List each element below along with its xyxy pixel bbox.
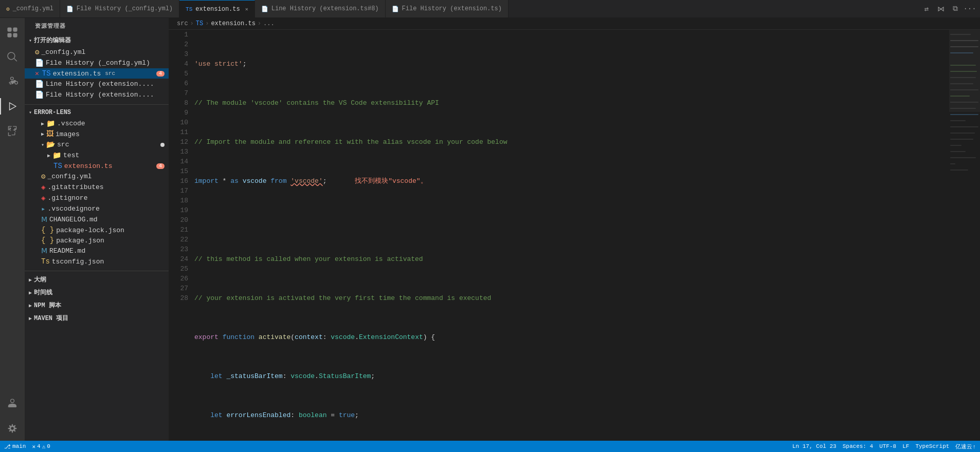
open-editor-file-history-config[interactable]: 📄 File History (_config.yml) (25, 58, 169, 68)
split-editor-button[interactable]: ⇄ (920, 3, 933, 15)
error-count: 4 (37, 443, 41, 449)
tab-label: extension.ts (195, 6, 240, 13)
comment-3: // Import the module and reference it wi… (194, 137, 507, 147)
ln10: 10 (173, 118, 188, 127)
ln18: 18 (173, 196, 188, 205)
file-name: package.json (56, 237, 104, 244)
activity-explorer[interactable] (0, 20, 25, 45)
ln16: 16 (173, 176, 188, 186)
outline-header[interactable]: ▶ 大纲 (25, 273, 169, 286)
ln28: 28 (173, 293, 188, 303)
tab-file-history-ext[interactable]: 📄 File History (extension.ts) (386, 0, 509, 18)
folder-icon: 📁 (46, 119, 55, 128)
ln13: 13 (173, 147, 188, 157)
source-control-button[interactable]: ⋈ (935, 3, 947, 15)
activity-accounts[interactable] (0, 391, 25, 416)
ln26: 26 (173, 274, 188, 284)
tree-item-images[interactable]: ▶ 🖼 images (25, 129, 169, 139)
json-icon: { } (41, 236, 54, 244)
activity-bar (0, 18, 25, 441)
activity-source-control[interactable] (0, 69, 25, 94)
history-icon: 📄 (261, 6, 268, 12)
tree-item-gitattributes[interactable]: ◈ .gitattributes (25, 182, 169, 193)
code-content[interactable]: 'use strict'; // The module 'vscode' con… (194, 30, 949, 441)
project-header[interactable]: ▾ ERROR-LENS (25, 107, 169, 118)
open-editor-file-history-ext[interactable]: 📄 File History (extension.... (25, 89, 169, 100)
activity-extensions[interactable] (0, 119, 25, 143)
tab-close-button[interactable]: ✕ (245, 6, 248, 12)
tab-file-history-config[interactable]: 📄 File History (_config.yml) (60, 0, 179, 18)
editor-content[interactable]: 1 2 3 4 5 6 7 8 9 10 11 12 13 14 15 16 1… (169, 30, 980, 441)
status-right: Ln 17, Col 23 Spaces: 4 UTF-8 LF TypeScr… (792, 443, 976, 450)
branch-icon: ⎇ (4, 443, 11, 450)
ln11: 11 (173, 127, 188, 137)
activity-settings[interactable] (0, 416, 25, 441)
folder-name: src (57, 141, 69, 148)
tree-item-package-lock[interactable]: { } package-lock.json (25, 225, 169, 235)
breadcrumb-sep: › (190, 20, 194, 27)
tree-item-gitignore[interactable]: ◈ .gitignore (25, 193, 169, 203)
tab-extension-ts[interactable]: TS extension.ts ✕ (179, 0, 255, 18)
code-line-6: // this method is called when your exten… (194, 254, 939, 264)
open-editor-extension-ts[interactable]: ✕ TS extension.ts src 4 (25, 68, 169, 79)
tab-config-yaml[interactable]: ⚙ _config.yml (0, 0, 60, 18)
collapse-arrow: ▶ (41, 121, 44, 127)
status-position[interactable]: Ln 17, Col 23 (792, 443, 837, 450)
collapse-arrow: ▶ (29, 303, 32, 309)
tree-item-changelog[interactable]: Ⅿ CHANGELOG.md (25, 214, 169, 225)
tree-item-src[interactable]: ▾ 📂 src (25, 139, 169, 150)
ln5: 5 (173, 69, 188, 79)
open-editor-config-yaml[interactable]: ⚙ _config.yml (25, 47, 169, 58)
ln20: 20 (173, 215, 188, 225)
npm-label: NPM 脚本 (34, 301, 61, 310)
tab-label: File History (_config.yml) (77, 5, 173, 12)
tree-item-vscode[interactable]: ▶ 📁 .vscode (25, 118, 169, 129)
activity-search[interactable] (0, 45, 25, 69)
spaces-text: Spaces: 4 (843, 443, 873, 449)
ln27: 27 (173, 284, 188, 293)
tree-item-config-yml[interactable]: ⚙ _config.yml (25, 171, 169, 182)
close-icon[interactable]: ✕ (35, 69, 39, 78)
status-branch[interactable]: ⎇ main (4, 443, 26, 450)
tree-item-extension-ts[interactable]: TS extension.ts 4 (25, 161, 169, 171)
tab-actions: ⇄ ⋈ ⧉ ··· (920, 3, 980, 15)
svg-rect-14 (950, 120, 966, 121)
tree-item-vscodeignore[interactable]: ▸ .vscodeignore (25, 203, 169, 214)
project-label: ERROR-LENS (34, 109, 71, 116)
status-info[interactable]: 亿速云↑ (955, 443, 976, 450)
code-line-3: // Import the module and reference it wi… (194, 137, 939, 147)
status-errors[interactable]: ✕ 4 ⚠ 0 (32, 443, 50, 450)
timeline-header[interactable]: ▶ 时间线 (25, 286, 169, 299)
breadcrumb-sep: › (205, 20, 209, 27)
collapse-arrow: ▶ (47, 153, 50, 159)
maven-header[interactable]: ▶ MAVEN 项目 (25, 312, 169, 325)
tree-item-readme[interactable]: Ⅿ README.md (25, 246, 169, 256)
npm-header[interactable]: ▶ NPM 脚本 (25, 299, 169, 312)
status-line-ending[interactable]: LF (902, 443, 909, 450)
status-spaces[interactable]: Spaces: 4 (843, 443, 873, 450)
maven-label: MAVEN 项目 (34, 314, 68, 323)
position-text: Ln 17, Col 23 (792, 443, 837, 449)
info-text: 亿速云↑ (955, 443, 976, 450)
split-view-button[interactable]: ⧉ (949, 3, 961, 15)
open-editor-line-history[interactable]: 📄 Line History (extension.... (25, 79, 169, 89)
tree-item-tsconfig[interactable]: Ts tsconfig.json (25, 256, 169, 267)
tree-item-test[interactable]: ▶ 📁 test (25, 150, 169, 161)
status-language[interactable]: TypeScript (915, 443, 949, 450)
tree-item-package-json[interactable]: { } package.json (25, 235, 169, 246)
breadcrumb-src: src (177, 20, 188, 27)
ln1: 1 (173, 30, 188, 40)
svg-rect-16 (950, 133, 975, 134)
collapse-arrow: ▶ (41, 131, 44, 137)
activity-run[interactable] (0, 94, 25, 119)
tab-line-history-ext[interactable]: 📄 Line History (extension.ts#8) (255, 0, 386, 18)
more-actions-button[interactable]: ··· (964, 3, 976, 15)
tab-label: _config.yml (13, 5, 53, 12)
tsconfig-icon: Ts (41, 257, 50, 266)
status-encoding[interactable]: UTF-8 (879, 443, 896, 450)
open-editors-header[interactable]: ▾ 打开的编辑器 (25, 34, 169, 47)
error-badge: 4 (156, 163, 165, 169)
vscodeignore-icon: ▸ (41, 204, 45, 213)
file-name: .gitignore (47, 194, 87, 202)
breadcrumb-ts: TS (196, 20, 203, 27)
